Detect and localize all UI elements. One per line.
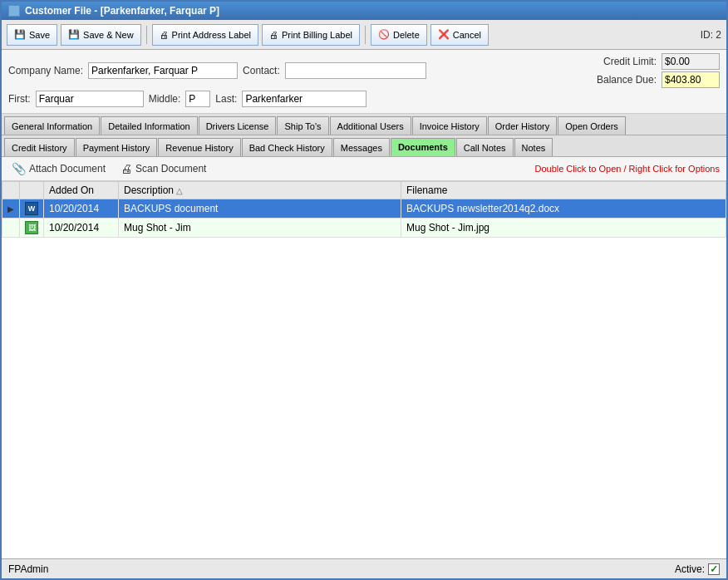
row-doc-icon-cell: W	[20, 199, 44, 219]
tabs-row-2-container: Credit History Payment History Revenue H…	[2, 135, 726, 157]
middle-name-input[interactable]	[185, 91, 210, 107]
first-name-input[interactable]	[36, 91, 144, 107]
credit-limit-label: Credit Limit:	[603, 56, 657, 67]
document-toolbar: 📎 Attach Document 🖨 Scan Document Double…	[2, 157, 726, 181]
company-name-label: Company Name:	[8, 65, 83, 76]
table-row[interactable]: ▶ W 10/20/2014 BACKUPS document BACKUPS …	[2, 199, 726, 219]
balance-due-label: Balance Due:	[597, 74, 657, 86]
tab-drivers-license[interactable]: Drivers License	[199, 116, 277, 135]
checkmark-icon: ✓	[710, 563, 718, 575]
last-label: Last:	[215, 93, 237, 105]
form-section: Company Name: Contact: Credit Limit: Bal…	[2, 50, 726, 114]
row-expand-cell: ▶	[2, 199, 20, 219]
doc-toolbar-left: 📎 Attach Document 🖨 Scan Document	[8, 160, 209, 177]
save-button[interactable]: 💾 Save	[7, 24, 57, 46]
row-added-on: 10/20/2014	[44, 199, 119, 219]
tabs-row-1: General Information Detailed Information…	[2, 114, 726, 135]
table-container: Added On Description △ Filename	[2, 181, 726, 558]
company-name-input[interactable]	[88, 62, 238, 79]
row-added-on: 10/20/2014	[44, 219, 119, 238]
attach-icon: 📎	[12, 162, 26, 175]
tab-payment-history[interactable]: Payment History	[76, 138, 158, 156]
col-header-filename[interactable]: Filename	[401, 182, 726, 199]
row-filename: BACKUPS newsletter2014q2.docx	[401, 199, 726, 219]
tab-ship-tos[interactable]: Ship To's	[277, 116, 328, 135]
tab-open-orders[interactable]: Open Orders	[558, 116, 626, 135]
tab-bad-check-history[interactable]: Bad Check History	[242, 138, 332, 156]
scan-icon: 🖨	[121, 162, 132, 175]
delete-icon: 🚫	[378, 29, 390, 40]
row-description: Mug Shot - Jim	[119, 219, 401, 238]
print-address-icon: 🖨	[160, 30, 169, 40]
credit-limit-input[interactable]	[662, 53, 720, 70]
delete-button[interactable]: 🚫 Delete	[371, 24, 427, 46]
tabs-row-2: Credit History Payment History Revenue H…	[2, 135, 726, 156]
first-label: First:	[8, 93, 31, 105]
row-doc-icon-cell: 🖼	[20, 219, 44, 238]
separator-1	[146, 26, 147, 44]
content-area: 📎 Attach Document 🖨 Scan Document Double…	[2, 157, 726, 558]
last-name-input[interactable]	[242, 91, 366, 107]
tab-call-notes[interactable]: Call Notes	[456, 138, 514, 156]
col-header-description[interactable]: Description △	[119, 182, 401, 199]
save-icon: 💾	[14, 29, 26, 40]
record-id: ID: 2	[701, 29, 721, 41]
active-label: Active:	[675, 563, 705, 575]
col-header-expand	[2, 182, 20, 199]
attach-document-button[interactable]: 📎 Attach Document	[8, 160, 109, 177]
row-expand-cell	[2, 219, 20, 238]
user-label: FPAdmin	[8, 563, 48, 575]
expand-arrow-icon: ▶	[7, 204, 14, 214]
print-billing-icon: 🖨	[269, 30, 278, 40]
tab-invoice-history[interactable]: Invoice History	[412, 116, 487, 135]
sort-arrow-icon: △	[176, 186, 183, 195]
cancel-icon: ❌	[438, 29, 450, 40]
cancel-button[interactable]: ❌ Cancel	[430, 24, 489, 46]
row-description: BACKUPS document	[119, 199, 401, 219]
row-filename: Mug Shot - Jim.jpg	[401, 219, 726, 238]
table-row[interactable]: 🖼 10/20/2014 Mug Shot - Jim Mug Shot - J…	[2, 219, 726, 238]
tab-additional-users[interactable]: Additional Users	[330, 116, 411, 135]
word-doc-icon: W	[25, 202, 38, 215]
toolbar: 💾 Save 💾 Save & New 🖨 Print Address Labe…	[2, 20, 726, 50]
tab-detailed-information[interactable]: Detailed Information	[101, 116, 197, 135]
save-new-button[interactable]: 💾 Save & New	[61, 24, 141, 46]
documents-table: Added On Description △ Filename	[2, 181, 726, 238]
separator-2	[365, 26, 366, 44]
image-doc-icon: 🖼	[25, 221, 38, 234]
print-billing-button[interactable]: 🖨 Print Billing Label	[262, 24, 360, 46]
tab-general-information[interactable]: General Information	[4, 116, 100, 135]
tab-credit-history[interactable]: Credit History	[4, 138, 75, 156]
tab-notes[interactable]: Notes	[514, 138, 553, 156]
active-section: Active: ✓	[675, 563, 720, 575]
tab-messages[interactable]: Messages	[333, 138, 390, 156]
middle-label: Middle:	[149, 93, 181, 105]
col-header-icon	[20, 182, 44, 199]
window-title: Customer File - [Parkenfarker, Farquar P…	[25, 5, 219, 17]
save-new-icon: 💾	[68, 29, 80, 40]
tab-order-history[interactable]: Order History	[488, 116, 557, 135]
credit-info: Credit Limit: Balance Due:	[597, 53, 720, 88]
col-header-added-on[interactable]: Added On	[44, 182, 119, 199]
document-hint: Double Click to Open / Right Click for O…	[534, 164, 720, 174]
print-address-button[interactable]: 🖨 Print Address Label	[152, 24, 258, 46]
tab-revenue-history[interactable]: Revenue History	[158, 138, 240, 156]
window-icon	[8, 5, 20, 17]
tabs-row-1-container: General Information Detailed Information…	[2, 114, 726, 135]
tab-documents[interactable]: Documents	[391, 138, 455, 156]
active-checkbox[interactable]: ✓	[708, 563, 720, 575]
title-bar: Customer File - [Parkenfarker, Farquar P…	[2, 2, 726, 20]
balance-due-input[interactable]	[662, 71, 720, 88]
table-header-row: Added On Description △ Filename	[2, 182, 726, 199]
contact-label: Contact:	[243, 65, 280, 76]
scan-document-button[interactable]: 🖨 Scan Document	[117, 160, 209, 177]
main-window: Customer File - [Parkenfarker, Farquar P…	[0, 0, 728, 580]
contact-input[interactable]	[285, 62, 426, 79]
status-bar: FPAdmin Active: ✓	[2, 558, 726, 578]
